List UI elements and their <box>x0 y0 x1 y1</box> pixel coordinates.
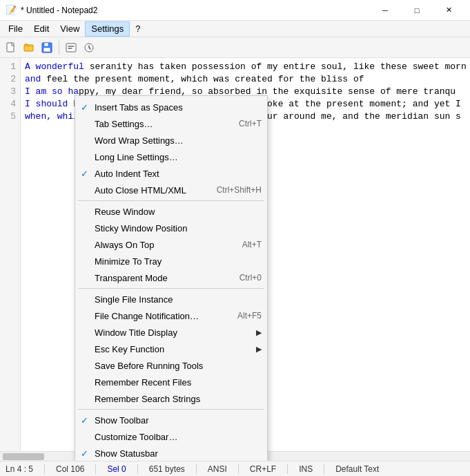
svg-rect-3 <box>44 43 48 46</box>
status-insert-mode: INS <box>299 464 313 474</box>
label-esc-key: Esc Key Function <box>95 344 164 354</box>
menu-row-single-file[interactable]: Single File Instance <box>75 291 267 307</box>
status-sep-4 <box>196 464 197 474</box>
menu-row-save-before[interactable]: Save Before Running Tools <box>75 357 267 374</box>
menu-row-show-statusbar[interactable]: ✓ Show Statusbar <box>75 445 267 461</box>
minimize-button[interactable]: ─ <box>369 0 401 21</box>
menu-row-remember-recent[interactable]: Remember Recent Files <box>75 374 267 390</box>
open-file-button[interactable] <box>21 39 37 56</box>
shortcut-always-on-top: Alt+T <box>228 240 262 249</box>
status-sep-6 <box>287 464 288 474</box>
toolbar-separator <box>59 41 59 55</box>
menu-row-esc-key[interactable]: Esc Key Function ▶ <box>75 341 267 357</box>
editor-line-1: A wonderful seranity has taken possessio… <box>25 61 466 73</box>
status-sep-7 <box>324 464 324 474</box>
status-line-ending: CR+LF <box>250 464 276 474</box>
line-numbers: 1 2 3 4 5 <box>0 58 21 451</box>
title-controls: ─ □ ✕ <box>369 0 464 21</box>
shortcut-transparent-mode: Ctrl+0 <box>226 273 262 283</box>
check-auto-indent: ✓ <box>81 169 88 179</box>
label-window-title: Window Title Display <box>95 327 177 338</box>
menu-row-word-wrap[interactable]: Word Wrap Settings… <box>75 132 267 149</box>
shortcut-file-change: Alt+F5 <box>224 311 262 321</box>
menu-row-transparent-mode[interactable]: Transparent Mode Ctrl+0 <box>75 269 267 286</box>
shortcut-tab-settings: Ctrl+T <box>225 119 262 128</box>
separator-1 <box>78 200 264 201</box>
separator-3 <box>78 409 264 410</box>
menu-bar: File Edit View Settings ? <box>0 21 470 37</box>
content-area: 1 2 3 4 5 A wonderful seranity has taken… <box>0 58 470 461</box>
menu-row-customize-toolbar[interactable]: Customize Toolbar… <box>75 428 267 445</box>
label-auto-indent: Auto Indent Text <box>95 169 159 179</box>
label-insert-tabs: Insert Tabs as Spaces <box>95 102 183 113</box>
status-sep-1 <box>44 464 45 474</box>
save-file-button[interactable] <box>39 39 55 56</box>
menu-help[interactable]: ? <box>130 21 146 37</box>
label-auto-close: Auto Close HTML/XML <box>95 185 186 196</box>
svg-rect-0 <box>7 43 14 52</box>
menu-row-auto-close[interactable]: Auto Close HTML/XML Ctrl+Shift+H <box>75 182 267 198</box>
menu-row-insert-tabs[interactable]: ✓ Insert Tabs as Spaces <box>75 99 267 115</box>
arrow-esc-key: ▶ <box>249 345 262 354</box>
app-window: 📝 * Untitled - Notepad2 ─ □ ✕ File Edit … <box>0 0 470 476</box>
label-show-toolbar: Show Toolbar <box>95 415 149 426</box>
menu-row-long-line[interactable]: Long Line Settings… <box>75 149 267 165</box>
close-button[interactable]: ✕ <box>433 0 464 21</box>
label-customize-toolbar: Customize Toolbar… <box>95 432 177 442</box>
label-sticky-window: Sticky Window Position <box>95 223 187 234</box>
menu-row-reuse-window[interactable]: Reuse Window <box>75 203 267 220</box>
editor-line-2: and feel the present moment, which was c… <box>25 73 466 86</box>
maximize-button[interactable]: □ <box>401 0 433 21</box>
extra-button-1[interactable] <box>63 39 79 56</box>
new-file-button[interactable] <box>3 39 19 56</box>
label-file-change: File Change Notification… <box>95 311 199 321</box>
toolbar <box>0 37 470 58</box>
label-minimize-tray: Minimize To Tray <box>95 256 161 267</box>
menu-row-tab-settings[interactable]: Tab Settings… Ctrl+T <box>75 115 267 132</box>
svg-rect-5 <box>66 44 76 52</box>
check-show-toolbar: ✓ <box>81 415 88 426</box>
shortcut-auto-close: Ctrl+Shift+H <box>203 185 262 195</box>
menu-settings[interactable]: Settings <box>85 21 130 37</box>
label-remember-search: Remember Search Strings <box>95 394 200 404</box>
status-sep-2 <box>95 464 96 474</box>
menu-row-remember-search[interactable]: Remember Search Strings <box>75 390 267 407</box>
line-num-3: 3 <box>0 86 16 98</box>
status-position: Ln 4 : 5 <box>6 464 33 474</box>
arrow-window-title: ▶ <box>249 328 262 337</box>
status-bytes: 651 bytes <box>149 464 185 474</box>
menu-row-minimize-tray[interactable]: Minimize To Tray <box>75 253 267 269</box>
menu-row-always-on-top[interactable]: Always On Top Alt+T <box>75 236 267 253</box>
label-remember-recent: Remember Recent Files <box>95 377 191 388</box>
svg-rect-1 <box>24 45 33 51</box>
check-insert-tabs: ✓ <box>81 102 88 113</box>
status-col: Col 106 <box>56 464 84 474</box>
settings-dropdown-menu: ✓ Insert Tabs as Spaces Tab Settings… Ct… <box>75 95 268 461</box>
label-long-line: Long Line Settings… <box>95 152 178 162</box>
scrollbar-thumb[interactable] <box>3 453 44 460</box>
menu-row-show-toolbar[interactable]: ✓ Show Toolbar <box>75 412 267 428</box>
menu-edit[interactable]: Edit <box>28 21 55 37</box>
menu-row-sticky-window[interactable]: Sticky Window Position <box>75 220 267 236</box>
menu-row-window-title[interactable]: Window Title Display ▶ <box>75 324 267 341</box>
menu-row-auto-indent[interactable]: ✓ Auto Indent Text <box>75 165 267 182</box>
menu-file[interactable]: File <box>3 21 28 37</box>
label-show-statusbar: Show Statusbar <box>95 448 158 459</box>
line-num-1: 1 <box>0 61 16 73</box>
line-num-2: 2 <box>0 73 16 86</box>
separator-2 <box>78 288 264 289</box>
status-sep-3 <box>137 464 138 474</box>
status-sel: Sel 0 <box>107 464 126 474</box>
menu-view[interactable]: View <box>55 21 85 37</box>
line-num-5: 5 <box>0 111 16 123</box>
label-always-on-top: Always On Top <box>95 240 154 250</box>
svg-rect-4 <box>43 48 50 52</box>
label-tab-settings: Tab Settings… <box>95 119 153 129</box>
label-word-wrap: Word Wrap Settings… <box>95 135 184 146</box>
app-icon: 📝 <box>6 5 17 16</box>
label-save-before: Save Before Running Tools <box>95 361 203 371</box>
title-bar-left: 📝 * Untitled - Notepad2 <box>6 5 97 16</box>
menu-row-file-change[interactable]: File Change Notification… Alt+F5 <box>75 307 267 324</box>
extra-button-2[interactable] <box>81 39 97 56</box>
label-single-file: Single File Instance <box>95 294 173 305</box>
